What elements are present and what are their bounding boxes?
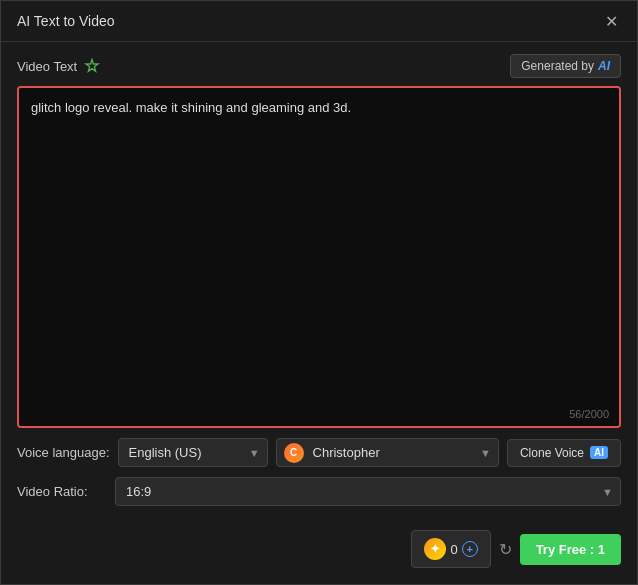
voice-language-row: Voice language: English (US) English (UK…: [17, 438, 621, 467]
field-header: Video Text Generated by AI: [17, 54, 621, 78]
credit-button[interactable]: ✦ 0 +: [411, 530, 490, 568]
video-ratio-label: Video Ratio:: [17, 484, 107, 499]
language-select-wrapper: English (US) English (UK) Spanish French…: [118, 438, 268, 467]
dialog-title: AI Text to Video: [17, 13, 115, 29]
generated-label: Generated by: [521, 59, 594, 73]
video-text-label: Video Text: [17, 57, 101, 75]
textarea-wrapper: glitch logo reveal. make it shining and …: [17, 86, 621, 428]
ratio-select[interactable]: 16:9 9:16 1:1 4:3: [115, 477, 621, 506]
clone-voice-label: Clone Voice: [520, 446, 584, 460]
voice-select[interactable]: Christopher: [276, 438, 499, 467]
generated-by-ai-button[interactable]: Generated by AI: [510, 54, 621, 78]
char-count: 56/2000: [569, 408, 609, 420]
title-bar: AI Text to Video ✕: [1, 1, 637, 42]
ai-label: AI: [598, 59, 610, 73]
dialog-content: Video Text Generated by AI glitch logo r…: [1, 42, 637, 584]
bottom-controls: Voice language: English (US) English (UK…: [17, 428, 621, 516]
video-text-input[interactable]: glitch logo reveal. make it shining and …: [19, 88, 619, 426]
try-free-button[interactable]: Try Free : 1: [520, 534, 621, 565]
credit-amount: 0: [450, 542, 457, 557]
video-ratio-row: Video Ratio: 16:9 9:16 1:1 4:3 ▼: [17, 477, 621, 506]
add-credit-icon: +: [462, 541, 478, 557]
clone-voice-button[interactable]: Clone Voice AI: [507, 439, 621, 467]
close-button[interactable]: ✕: [601, 11, 621, 31]
credit-coin-icon: ✦: [424, 538, 446, 560]
ai-text-to-video-dialog: AI Text to Video ✕ Video Text Generated …: [0, 0, 638, 585]
clone-ai-badge: AI: [590, 446, 608, 459]
voice-select-wrapper: C Christopher ▼: [276, 438, 499, 467]
ai-sparkle-icon: [83, 57, 101, 75]
ratio-select-wrapper: 16:9 9:16 1:1 4:3 ▼: [115, 477, 621, 506]
voice-language-label: Voice language:: [17, 445, 110, 460]
language-select[interactable]: English (US) English (UK) Spanish French…: [118, 438, 268, 467]
footer-row: ✦ 0 + ↻ Try Free : 1: [17, 530, 621, 572]
refresh-button[interactable]: ↻: [499, 540, 512, 559]
